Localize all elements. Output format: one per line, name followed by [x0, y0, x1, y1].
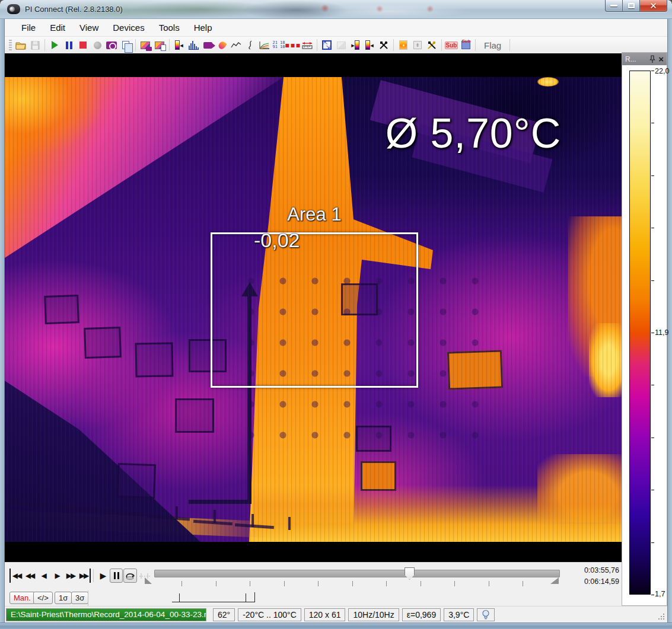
lens-angle-field[interactable]: 62° [213, 608, 235, 621]
menu-file[interactable]: File [14, 20, 43, 35]
layout-icon[interactable] [334, 38, 348, 52]
sigma3-scaling-button[interactable]: 3σ [71, 592, 88, 604]
histogram-range-widget[interactable] [172, 592, 255, 602]
step-forward-button[interactable]: ▶ [50, 569, 63, 583]
menu-devices[interactable]: Devices [106, 20, 151, 35]
window-title: PI Connect (Rel. 2.8.2138.0) [25, 5, 123, 14]
menu-edit[interactable]: Edit [43, 20, 72, 35]
play-icon[interactable] [47, 38, 62, 52]
divider [88, 590, 88, 606]
code-scaling-button[interactable]: </> [33, 592, 53, 604]
skylight [361, 461, 396, 491]
maximize-icon [628, 3, 635, 8]
timeline-range-start-handle[interactable] [145, 577, 152, 584]
resolution-field[interactable]: 120 x 61 [304, 608, 346, 621]
maximize-button[interactable] [623, 0, 640, 12]
measure-area-name: Area 1 [211, 204, 418, 225]
timeline-ticks [181, 581, 556, 586]
close-button[interactable]: ✕ [640, 0, 667, 12]
open-file-icon[interactable] [14, 38, 28, 52]
skip-to-end-button[interactable]: ▶▶ [78, 569, 91, 583]
palette-shift-up-icon[interactable]: ▸ [348, 38, 362, 52]
timeline-position-thumb[interactable] [405, 567, 415, 580]
skylight [84, 327, 122, 359]
palette-export-icon[interactable]: ◂ [172, 38, 186, 52]
thermal-image-view[interactable]: Ø 5,70°C Area 1 -0,02 [5, 53, 622, 562]
panel-close-icon[interactable]: × [658, 55, 664, 63]
frame-rate-field[interactable]: 10Hz/10Hz [348, 608, 399, 621]
reference-bar-panel: R... × 22,0 11,9 1,7 [622, 52, 667, 606]
skylight [44, 295, 79, 324]
stop-icon[interactable] [76, 38, 90, 52]
fullscreen-icon[interactable] [320, 38, 334, 52]
ambient-temperature-field[interactable]: 3,9°C [444, 608, 474, 621]
skip-to-start-button[interactable]: ◀◀ [9, 569, 23, 583]
close-icon: ✕ [649, 1, 657, 10]
thermal-hot-band [253, 485, 622, 542]
menu-tools[interactable]: Tools [152, 20, 187, 35]
loop-button[interactable] [123, 569, 137, 583]
titlebar[interactable]: PI Connect (Rel. 2.8.2138.0) ✕ [0, 0, 672, 19]
resize-grip[interactable] [657, 612, 665, 620]
subtract-frame-icon[interactable]: Sub [444, 38, 458, 52]
app-window: PI Connect (Rel. 2.8.2138.0) ✕ File Edit… [0, 0, 672, 629]
sigma1-scaling-button[interactable]: 1σ [55, 592, 72, 604]
window-frame-left [0, 19, 5, 622]
seek-forward-button[interactable]: ▶▶ [64, 569, 77, 583]
palette-gradient-icon[interactable] [396, 38, 410, 52]
snapshot-camera-icon[interactable] [104, 38, 119, 52]
menu-view[interactable]: View [72, 20, 106, 35]
measure-ruler-icon[interactable] [300, 38, 314, 52]
seek-backward-button[interactable]: ◀◀ [23, 569, 36, 583]
thermal-hot-spot [537, 77, 559, 87]
timeline-track[interactable] [154, 570, 560, 577]
temperature-range-field[interactable]: -20°C .. 100°C [238, 608, 301, 621]
temp-time-chart-icon[interactable] [229, 38, 243, 52]
digital-display-icon[interactable]: 21 1891 10 [272, 38, 286, 52]
auto-fit-icon[interactable]: ⇟ [410, 38, 425, 52]
red-dashes-icon[interactable]: ▪▪▪ [286, 38, 300, 52]
scale-max-label: 22,0 [655, 67, 669, 75]
record-icon[interactable] [90, 38, 104, 52]
loop-icon [125, 572, 135, 580]
play-button[interactable]: ▶ [96, 569, 109, 583]
pause-icon [114, 572, 119, 579]
minimize-button[interactable] [605, 0, 623, 12]
manual-scaling-button[interactable]: Man. [9, 592, 35, 604]
step-back-button[interactable]: ◀ [37, 569, 50, 583]
railing-post [251, 514, 254, 527]
pause-button[interactable] [110, 569, 123, 583]
railing-post [214, 510, 216, 523]
bulb-icon[interactable] [477, 608, 495, 621]
toolbar: ◂ 21 1891 10 ▪▪▪ ▸ ◂ ⇟ Sub [5, 37, 667, 53]
video-recorder-icon[interactable] [200, 38, 215, 52]
histogram-icon[interactable] [186, 38, 200, 52]
menu-help[interactable]: Help [187, 20, 219, 35]
save-icon[interactable] [28, 38, 42, 52]
settings-tools-icon[interactable] [377, 38, 391, 52]
toolbar-grip[interactable] [9, 40, 12, 50]
pin-icon[interactable] [649, 55, 656, 63]
save-image-icon[interactable] [138, 38, 152, 52]
multi-line-chart-icon[interactable] [257, 38, 272, 52]
window-frame-right [667, 19, 672, 622]
playback-bar: ◀◀ ◀◀ ◀ ▶ ▶▶ ▶▶ ▶ 0 [5, 562, 622, 590]
file-path-field[interactable]: E:\Saint-Priest\Thermo\Record_2014-06-04… [6, 608, 206, 621]
palette-tools-icon[interactable] [425, 38, 439, 52]
playback-total-time: 0:06:14,59 [554, 576, 619, 588]
palette-shift-down-icon[interactable]: ◂ [362, 38, 377, 52]
profile-curve-icon[interactable] [243, 38, 257, 52]
skylight [135, 342, 173, 377]
paint-icon[interactable] [215, 38, 229, 52]
skylight [117, 463, 156, 499]
subtract-save-icon[interactable] [458, 38, 473, 52]
emissivity-field[interactable]: ε=0,969 [402, 608, 441, 621]
panel-header[interactable]: R... × [622, 53, 667, 65]
copy-icon[interactable] [119, 38, 133, 52]
pause-icon[interactable] [62, 38, 76, 52]
temperature-colorbar[interactable] [629, 71, 651, 595]
flag-button[interactable]: Flag [478, 40, 507, 50]
measure-area-rect[interactable] [211, 232, 418, 388]
thermal-bright-spot [589, 323, 622, 397]
copy-image-icon[interactable] [152, 38, 167, 52]
